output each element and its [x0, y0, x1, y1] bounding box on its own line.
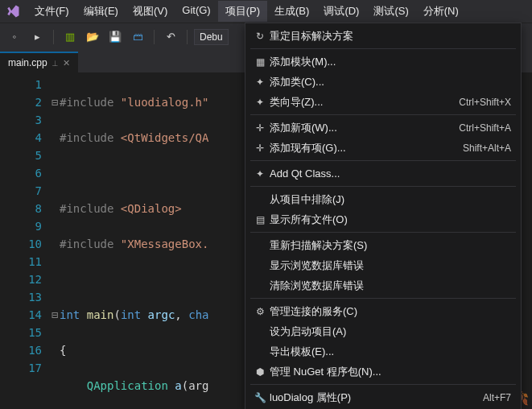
tab-filename: main.cpp	[8, 57, 47, 68]
context-menu-separator	[250, 186, 516, 187]
save-all-icon[interactable]: 🗃	[128, 27, 147, 47]
menu-item[interactable]: 分析(N)	[416, 1, 466, 22]
menu-item-label: 添加模块(M)...	[270, 55, 511, 69]
toolbar-sep	[154, 30, 155, 44]
context-menu-item[interactable]: 从项目中排除(J)	[245, 189, 521, 209]
menu-item-label: 显示浏览数据库错误	[270, 258, 511, 273]
menu-item-label: 管理连接的服务(C)	[270, 304, 511, 319]
line-number: 16	[16, 341, 42, 359]
menu-item[interactable]: 编辑(E)	[76, 1, 126, 22]
menu-item-shortcut: Ctrl+Shift+X	[459, 97, 511, 108]
nav-fwd-icon[interactable]: ▸	[27, 27, 47, 47]
context-menu-separator	[250, 114, 516, 115]
menu-item-label: 添加类(C)...	[270, 75, 511, 89]
context-menu-item[interactable]: ✛添加现有项(G)...Shift+Alt+A	[245, 138, 521, 158]
menu-item-icon: ▦	[250, 56, 270, 68]
menu-item-shortcut: Alt+F7	[483, 392, 511, 403]
line-number: 15	[16, 324, 42, 341]
context-menu-item[interactable]: ⬢管理 NuGet 程序包(N)...	[245, 361, 521, 382]
line-number: 12	[16, 271, 42, 288]
context-menu-separator	[250, 232, 516, 233]
menu-item-icon: ✦	[250, 76, 270, 88]
pin-icon[interactable]: ⟂	[52, 58, 58, 68]
project-context-menu: ↻重定目标解决方案▦添加模块(M)...✦添加类(C)...✦类向导(Z)...…	[245, 23, 522, 409]
nav-back-icon[interactable]: ◦	[5, 27, 24, 47]
menu-item-label: 重新扫描解决方案(S)	[270, 238, 511, 253]
save-icon[interactable]: 💾	[105, 27, 125, 47]
menu-item-shortcut: Ctrl+Shift+A	[459, 122, 511, 134]
context-menu-separator	[250, 298, 516, 299]
context-menu-item[interactable]: 显示浏览数据库错误	[245, 255, 521, 275]
menu-item-icon: ✦	[250, 97, 270, 108]
context-menu-item[interactable]: ▦添加模块(M)...	[245, 52, 521, 72]
line-number: 8	[16, 200, 42, 217]
context-menu-item[interactable]: ⚙管理连接的服务(C)	[245, 301, 521, 321]
menu-item-icon: ✛	[250, 143, 270, 154]
open-file-icon[interactable]: 📂	[83, 27, 102, 47]
line-number: 11	[16, 253, 42, 271]
line-number: 4	[16, 129, 42, 147]
menu-item-label: 清除浏览数据库错误	[270, 279, 511, 293]
menu-item-icon: ⬢	[250, 366, 270, 378]
context-menu-item[interactable]: 🔧luoDialog 属性(P)Alt+F7	[245, 387, 521, 407]
line-number: 7	[16, 182, 42, 200]
context-menu-item[interactable]: 设为启动项目(A)	[245, 321, 521, 341]
menu-item-icon: ✛	[250, 122, 270, 134]
line-number: 9	[16, 217, 42, 235]
line-number: 17	[16, 359, 42, 377]
context-menu-item[interactable]: 导出模板(E)...	[245, 341, 521, 361]
menu-item-label: 添加新项(W)...	[270, 121, 459, 135]
context-menu-separator	[250, 384, 516, 385]
menu-item[interactable]: 生成(B)	[267, 1, 316, 22]
close-icon[interactable]: ✕	[63, 58, 70, 68]
vs-logo-icon	[3, 2, 23, 21]
context-menu-item[interactable]: 重新扫描解决方案(S)	[245, 235, 521, 255]
toolbar-sep	[53, 30, 54, 44]
menu-item-icon: ✦	[250, 168, 270, 180]
menu-item-label: 类向导(Z)...	[270, 95, 459, 109]
undo-icon[interactable]: ↶	[161, 27, 180, 47]
menu-item-label: 管理 NuGet 程序包(N)...	[270, 365, 511, 379]
context-menu-item[interactable]: ↻重定目标解决方案	[245, 26, 521, 46]
context-menu-item[interactable]: ✦类向导(Z)...Ctrl+Shift+X	[245, 92, 521, 112]
menu-item-label: 从项目中排除(J)	[270, 192, 511, 207]
context-menu-item[interactable]: ▤显示所有文件(O)	[245, 209, 521, 229]
menu-item-label: 导出模板(E)...	[270, 345, 511, 359]
menu-item-label: Add Qt Class...	[270, 167, 511, 180]
line-number: 6	[16, 164, 42, 182]
context-menu-separator	[250, 48, 516, 49]
context-menu-item[interactable]: ✦Add Qt Class...	[245, 163, 521, 184]
menu-item[interactable]: 视图(V)	[126, 1, 175, 22]
menu-item[interactable]: 测试(S)	[366, 1, 415, 22]
line-number-gutter: 1234567891011121314151617	[13, 72, 50, 409]
menu-item-icon: 🔧	[250, 392, 270, 403]
menu-item-label: 显示所有文件(O)	[270, 213, 511, 227]
menubar: 文件(F)编辑(E)视图(V)Git(G)项目(P)生成(B)调试(D)测试(S…	[0, 0, 532, 23]
menu-item-icon: ▤	[250, 214, 270, 225]
new-file-icon[interactable]: ▥	[60, 27, 80, 47]
line-number: 2	[16, 93, 42, 111]
tab-main-cpp[interactable]: main.cpp ⟂ ✕	[0, 52, 78, 72]
context-menu-item[interactable]: ✦添加类(C)...	[245, 72, 521, 92]
toolbar-sep	[187, 30, 188, 44]
context-menu-item[interactable]: 清除浏览数据库错误	[245, 275, 521, 295]
menu-item[interactable]: 项目(P)	[218, 1, 267, 22]
menu-item-icon: ↻	[250, 31, 270, 42]
menu-item-label: 重定目标解决方案	[270, 29, 511, 43]
line-number: 14	[16, 306, 42, 324]
glyph-margin	[0, 72, 13, 409]
menu-item[interactable]: 文件(F)	[27, 1, 76, 22]
menu-item-label: 添加现有项(G)...	[270, 141, 463, 155]
context-menu-separator	[250, 160, 516, 161]
line-number: 3	[16, 111, 42, 129]
menu-item-label: 设为启动项目(A)	[270, 324, 511, 339]
context-menu-item[interactable]: ✛添加新项(W)...Ctrl+Shift+A	[245, 118, 521, 138]
menu-item-icon: ⚙	[250, 306, 270, 317]
line-number: 13	[16, 288, 42, 306]
menu-item-shortcut: Shift+Alt+A	[463, 143, 511, 154]
menu-item-label: luoDialog 属性(P)	[270, 390, 483, 405]
line-number: 5	[16, 147, 42, 164]
config-combo[interactable]: Debu	[194, 29, 229, 45]
menu-item[interactable]: 调试(D)	[316, 1, 366, 22]
menu-item[interactable]: Git(G)	[175, 1, 217, 22]
